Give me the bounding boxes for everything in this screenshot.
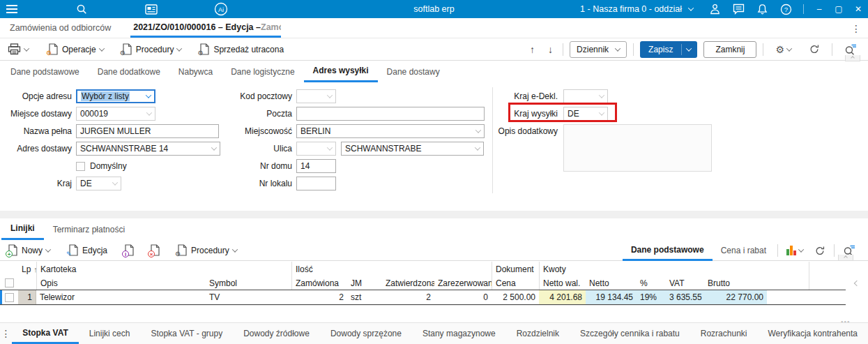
row-checkbox[interactable] xyxy=(5,293,14,302)
edit-line-button[interactable]: ✎ Edycja xyxy=(63,241,112,260)
new-line-button[interactable]: + Nowy xyxy=(3,241,55,260)
domyslny-checkbox[interactable] xyxy=(76,162,85,171)
notifications-bell-icon[interactable] xyxy=(750,0,774,18)
column-group-kwoty[interactable]: Kwoty xyxy=(539,262,767,276)
miejsce-dostawy-select[interactable]: 000019 xyxy=(76,107,155,121)
column-header-lp[interactable]: Lp↑ xyxy=(18,262,36,276)
tab-linijki-cech[interactable]: Linijki cech xyxy=(79,323,141,344)
column-header-zamowiona[interactable]: Zamówiona xyxy=(291,276,347,290)
column-header-netto-wal[interactable]: Netto wal. xyxy=(539,276,586,290)
filter-search-icon[interactable] xyxy=(839,44,862,55)
help-icon[interactable]: ? xyxy=(774,0,798,18)
tab-rozrachunki[interactable]: Rozrachunki xyxy=(690,323,758,344)
table-row[interactable]: 1 Telewizor TV 2 szt 2 0 2 500.00 4 201.… xyxy=(0,290,846,305)
move-up-button[interactable]: ↑ xyxy=(526,44,538,55)
tab-zamowienia-od-odbiorcow[interactable]: Zamówienia od odbiorców xyxy=(0,18,121,38)
tab-stopka-vat[interactable]: Stopka VAT xyxy=(12,323,79,344)
tab-dowody-zrodlowe[interactable]: Dowody źródłowe xyxy=(233,323,320,344)
cell-lp: 1 xyxy=(18,290,36,304)
view-tab-cena-i-rabat[interactable]: Cena i rabat xyxy=(713,240,775,261)
tab-dane-logistyczne[interactable]: Dane logistyczne xyxy=(222,61,303,82)
nr-domu-input[interactable]: 14 xyxy=(296,159,336,173)
select-all-checkbox[interactable] xyxy=(5,278,14,287)
opis-dodatkowy-textarea[interactable] xyxy=(563,124,712,172)
kraj-wysylki-select[interactable]: DE xyxy=(563,107,608,121)
ulica-prefix-select[interactable] xyxy=(296,142,336,156)
table-side-panel-toggle[interactable] xyxy=(846,262,868,305)
kod-pocztowy-select[interactable] xyxy=(296,89,336,103)
settings-gears-button[interactable]: ⚙ xyxy=(770,44,797,55)
tab-stopka-vat-grupy[interactable]: Stopka VAT - grupy xyxy=(140,323,233,344)
column-header-pct[interactable]: % xyxy=(637,276,666,290)
close-document-button[interactable]: Zamknij xyxy=(703,41,756,58)
miejscowosc-select[interactable]: BERLIN xyxy=(296,124,485,138)
printer-icon xyxy=(8,43,21,55)
save-button[interactable]: Zapisz xyxy=(640,41,697,58)
toolbar-collapse-button[interactable] xyxy=(845,55,860,61)
user-icon[interactable] xyxy=(703,0,726,18)
operacje-button[interactable]: ⚙ Operacje xyxy=(43,40,109,59)
refresh-icon[interactable] xyxy=(803,44,825,54)
chart-view-button[interactable] xyxy=(781,240,809,261)
news-panel-icon[interactable] xyxy=(139,0,163,18)
column-group-ilosc[interactable]: Ilość xyxy=(291,262,492,276)
tab-szczegoly-cennika-i-rabatu[interactable]: Szczegóły cennika i rabatu xyxy=(570,323,690,344)
minimize-button[interactable]: – xyxy=(809,0,829,18)
view-tab-dane-podstawowe[interactable]: Dane podstawowe xyxy=(623,240,713,261)
close-button[interactable]: ✕ xyxy=(848,0,868,18)
adres-dostawy-select[interactable]: SCHWANNSTRABE 14 xyxy=(76,142,220,156)
kraj-edekl-select[interactable] xyxy=(563,89,608,103)
tab-dane-podstawowe[interactable]: Dane podstawowe xyxy=(1,61,89,82)
tab-dowody-sprzezone[interactable]: Dowody sprzężone xyxy=(320,323,412,344)
tab-dane-dodatkowe[interactable]: Dane dodatkowe xyxy=(89,61,169,82)
move-down-button[interactable]: ↓ xyxy=(545,44,556,55)
lines-toolbar-collapse-button[interactable] xyxy=(838,255,853,261)
column-group-dokument[interactable]: Dokument xyxy=(492,262,539,276)
chevron-down-icon xyxy=(327,144,333,150)
maximize-button[interactable]: ▢ xyxy=(829,0,848,18)
tab-rozdzielnik[interactable]: Rozdzielnik xyxy=(506,323,570,344)
nr-lokalu-input[interactable] xyxy=(296,177,336,190)
column-header-cena[interactable]: Cena xyxy=(492,276,539,290)
tab-weryfikacja-kontrahenta[interactable]: Weryfikacja kontrahenta xyxy=(757,323,868,344)
column-header-opis[interactable]: Opis xyxy=(36,276,206,290)
menu-icon[interactable] xyxy=(0,0,24,18)
column-header-jm[interactable]: JM xyxy=(347,276,382,290)
chevron-down-icon xyxy=(686,45,692,51)
poczta-input[interactable] xyxy=(296,107,485,121)
chat-icon[interactable] xyxy=(726,0,750,18)
procedury-button[interactable]: ⚙ Procedury xyxy=(117,40,187,59)
kraj-select[interactable]: DE xyxy=(76,177,121,190)
lines-refresh-icon[interactable] xyxy=(809,240,831,261)
nazwa-pelna-input[interactable]: JURGEN MULLER xyxy=(76,124,219,138)
ulica-select[interactable]: SCHWANNSTRABE xyxy=(341,142,484,156)
opcje-adresu-select[interactable]: Wybór z listy xyxy=(76,89,155,103)
column-header-zatwierdzona[interactable]: Zatwierdzona xyxy=(382,276,434,290)
tabs-overflow-menu-icon[interactable]: ⋮ xyxy=(848,21,864,36)
lines-procedury-button[interactable]: ⚙ Procedury xyxy=(172,241,242,260)
line-info-button[interactable]: i xyxy=(119,241,139,260)
column-header-zarezerwowana[interactable]: Zarezerwowana xyxy=(434,276,492,290)
tab-nabywca[interactable]: Nabywca xyxy=(169,61,222,82)
column-header-netto[interactable]: Netto xyxy=(586,276,637,290)
column-header-symbol[interactable]: Symbol xyxy=(206,276,291,290)
form-tabs: Dane podstawowe Dane dodatkowe Nabywca D… xyxy=(0,61,868,82)
company-selector[interactable]: 1 - Nasza firma 0 - oddział xyxy=(580,4,693,14)
delete-line-button[interactable]: × xyxy=(145,241,165,260)
bottom-tabs-menu-icon[interactable]: ⋮ xyxy=(0,323,12,344)
dziennik-dropdown[interactable]: Dziennik xyxy=(570,41,627,58)
sprzedaz-utracona-button[interactable]: ⚙ Sprzedaż utracona xyxy=(195,40,289,59)
tab-stany-magazynowe[interactable]: Stany magazynowe xyxy=(412,323,506,344)
print-button[interactable] xyxy=(3,40,33,59)
search-icon[interactable] xyxy=(70,0,93,18)
document-delete-icon: × xyxy=(150,244,160,256)
ai-assistant-icon[interactable]: Ai xyxy=(209,0,233,18)
tab-document-edit[interactable]: 2021/ZO/010/000016 – Edycja – Zamó xyxy=(130,18,281,38)
tab-adres-wysylki[interactable]: Adres wysyłki xyxy=(304,61,378,82)
column-header-brutto[interactable]: Brutto xyxy=(704,276,767,290)
column-header-vat[interactable]: VAT xyxy=(666,276,704,290)
column-group-kartoteka[interactable]: Kartoteka xyxy=(36,262,291,276)
tab-linijki[interactable]: Linijki xyxy=(1,218,44,240)
tab-terminarz-platnosci[interactable]: Terminarz płatności xyxy=(44,218,134,240)
tab-dane-dostawy[interactable]: Dane dostawy xyxy=(378,61,449,82)
